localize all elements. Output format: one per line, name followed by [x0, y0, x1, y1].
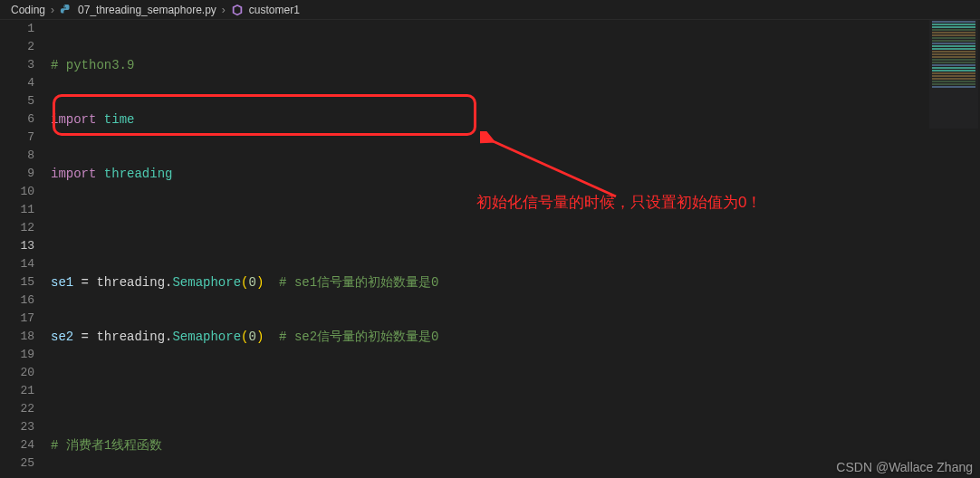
breadcrumb-root[interactable]: Coding: [11, 4, 45, 16]
module: threading: [104, 167, 173, 181]
comment: # python3.9: [51, 58, 134, 72]
breadcrumb-file[interactable]: 07_threading_semaphore.py: [78, 4, 216, 16]
comment: # se1信号量的初始数量是0: [279, 275, 438, 290]
keyword: import: [51, 167, 96, 181]
editor: 1234567891011121314151617181920212223242…: [0, 20, 980, 478]
keyword: import: [51, 112, 96, 127]
comment: # se2信号量的初始数量是0: [279, 330, 438, 344]
annotation-text: 初始化信号量的时候，只设置初始值为0！: [476, 192, 762, 213]
watermark: CSDN @Wallace Zhang: [836, 460, 973, 474]
variable: se2: [51, 330, 73, 344]
symbol-icon: [231, 4, 244, 16]
svg-point-0: [64, 5, 65, 6]
breadcrumb-symbol[interactable]: customer1: [249, 4, 300, 16]
comment: # 消费者1线程函数: [51, 438, 162, 453]
number: 0: [248, 330, 255, 344]
chevron-right-icon: ›: [222, 4, 226, 16]
code-area[interactable]: # python3.9 import time import threading…: [51, 20, 980, 478]
operator: = threading.: [73, 275, 172, 290]
module: time: [104, 112, 135, 127]
chevron-right-icon: ›: [51, 4, 54, 16]
operator: = threading.: [73, 330, 172, 344]
class: Semaphore: [172, 330, 241, 344]
line-numbers: 1234567891011121314151617181920212223242…: [0, 20, 51, 478]
python-file-icon: [60, 4, 72, 16]
breadcrumb: Coding › 07_threading_semaphore.py › cus…: [0, 0, 980, 20]
variable: se1: [51, 275, 73, 290]
class: Semaphore: [172, 275, 241, 290]
number: 0: [248, 275, 255, 290]
minimap[interactable]: [929, 20, 978, 129]
